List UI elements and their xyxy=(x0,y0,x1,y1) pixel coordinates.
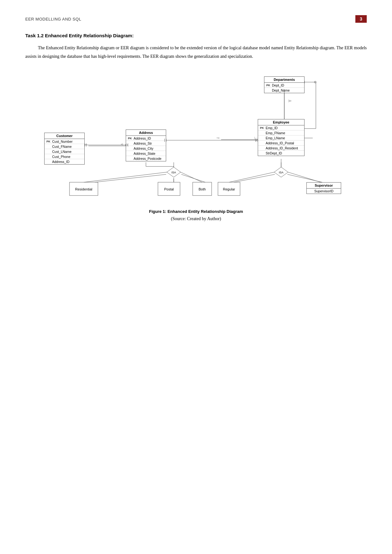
svg-text:+o: +o xyxy=(216,136,220,139)
emp-deptid-row: StrDept_ID xyxy=(258,151,304,156)
svg-rect-44 xyxy=(69,182,98,196)
cust-fname-row: Cust_FName xyxy=(45,144,84,149)
svg-rect-50 xyxy=(218,182,240,196)
svg-line-42 xyxy=(229,172,274,182)
svg-line-13 xyxy=(234,174,275,182)
svg-point-24 xyxy=(314,81,316,83)
svg-text:Postal: Postal xyxy=(164,187,174,191)
svg-text:|o-: |o- xyxy=(288,99,292,102)
departments-entity: Departments PK Dept_ID Dept_Name xyxy=(264,76,305,93)
employee-entity: Employee PK Emp_ID Emp_FName Emp_LName A… xyxy=(258,119,305,156)
customer-header: Customer xyxy=(45,133,84,139)
svg-text:Regular: Regular xyxy=(223,187,235,191)
supervisor-subtype: Supervisor SupervisorID xyxy=(306,182,341,194)
svg-line-43 xyxy=(288,172,321,182)
addr-state-row: Address_State xyxy=(126,151,166,156)
body-paragraph-1: The Enhanced Entity Relationship diagram… xyxy=(25,44,367,61)
employee-header: Employee xyxy=(258,119,304,125)
svg-text:Residential: Residential xyxy=(75,187,92,191)
address-entity: Address PK Address_ID Address_Str Addres… xyxy=(126,129,166,161)
figure-caption: Figure 1: Enhanced Entity Relationship D… xyxy=(25,209,367,214)
addr-str-row: Address_Str xyxy=(126,141,166,146)
svg-rect-48 xyxy=(193,182,212,196)
svg-text:o|: o| xyxy=(121,142,123,146)
header-bar: EER MODELLING AND SQL 3 xyxy=(25,15,367,23)
cust-lname-row: Cust_LName xyxy=(45,149,84,154)
emp-lname-row: Emp_LName xyxy=(258,135,304,141)
svg-text:Both: Both xyxy=(199,187,206,191)
addr-post-row: Address_Postcode xyxy=(126,156,166,161)
address-isa-diamond: ISA xyxy=(166,166,181,179)
emp-fname-row: Emp_FName xyxy=(258,130,304,135)
emp-addr-postal-row: Address_ID_Postal xyxy=(258,141,304,146)
svg-line-9 xyxy=(95,174,166,182)
page: EER MODELLING AND SQL 3 Task 1.2 Enhance… xyxy=(0,0,392,247)
employee-isa-diamond: ISA xyxy=(274,166,289,179)
svg-text:ISA: ISA xyxy=(279,171,284,174)
header-title: EER MODELLING AND SQL xyxy=(25,17,81,21)
svg-line-11 xyxy=(181,174,205,182)
svg-rect-46 xyxy=(158,182,180,196)
emp-id-row: PK Emp_ID xyxy=(258,125,304,130)
supervisor-id-row: SupervisorID xyxy=(307,189,341,194)
dept-id-row: PK Dept_ID xyxy=(264,83,304,88)
page-number: 3 xyxy=(355,15,367,23)
customer-entity: Customer PK Cust_Number Cust_FName Cust_… xyxy=(44,133,85,165)
cust-num-row: PK Cust_Number xyxy=(45,139,84,144)
svg-line-40 xyxy=(181,172,202,182)
emp-addr-res-row: Address_ID_Resident xyxy=(258,146,304,151)
addr-id-row: PK Address_ID xyxy=(126,136,166,141)
section-title: Task 1.2 Enhanced Entity Relationship Di… xyxy=(25,33,367,38)
svg-line-38 xyxy=(84,172,167,182)
supervisor-header: Supervisor xyxy=(307,183,341,189)
cust-addr-row: Address_ID xyxy=(45,159,84,164)
dept-name-row: Dept_Name xyxy=(264,88,304,93)
departments-header: Departments xyxy=(264,77,304,83)
figure-source: (Source: Created by Author) xyxy=(25,216,367,221)
cust-phone-row: Cust_Phone xyxy=(45,154,84,159)
svg-text:ISA: ISA xyxy=(172,171,176,174)
address-header: Address xyxy=(126,130,166,136)
addr-city-row: Address_City xyxy=(126,146,166,151)
svg-line-14 xyxy=(287,174,322,182)
eer-diagram: |o- |— +o |— o| Departments xyxy=(25,70,367,203)
